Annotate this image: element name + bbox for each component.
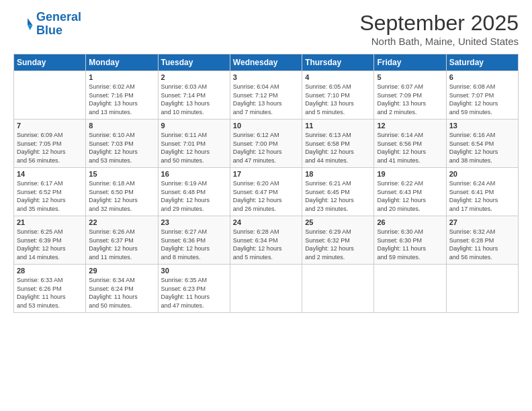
day-info: Sunrise: 6:30 AM Sunset: 6:30 PM Dayligh…: [377, 228, 443, 261]
day-number: 21: [17, 218, 83, 226]
cell-w4-d5: [374, 265, 446, 313]
cell-w2-d0: 14Sunrise: 6:17 AM Sunset: 6:52 PM Dayli…: [14, 168, 86, 216]
day-number: 25: [305, 218, 371, 226]
cell-w1-d2: 9Sunrise: 6:11 AM Sunset: 7:01 PM Daylig…: [158, 120, 230, 168]
cell-w0-d0: [14, 71, 86, 120]
cell-w3-d4: 25Sunrise: 6:29 AM Sunset: 6:32 PM Dayli…: [302, 216, 374, 265]
day-number: 15: [89, 170, 154, 178]
day-info: Sunrise: 6:24 AM Sunset: 6:41 PM Dayligh…: [449, 179, 515, 213]
logo-line2: Blue: [36, 24, 62, 37]
calendar-table: SundayMondayTuesdayWednesdayThursdayFrid…: [13, 54, 519, 313]
day-number: 19: [377, 170, 443, 178]
week-row-3: 21Sunrise: 6:25 AM Sunset: 6:39 PM Dayli…: [14, 216, 519, 265]
cell-w3-d2: 23Sunrise: 6:27 AM Sunset: 6:36 PM Dayli…: [158, 216, 230, 265]
day-info: Sunrise: 6:03 AM Sunset: 7:14 PM Dayligh…: [161, 83, 227, 116]
cell-w1-d5: 12Sunrise: 6:14 AM Sunset: 6:56 PM Dayli…: [374, 120, 446, 168]
col-header-wednesday: Wednesday: [230, 54, 302, 71]
cell-w3-d5: 26Sunrise: 6:30 AM Sunset: 6:30 PM Dayli…: [374, 216, 446, 265]
logo-icon: [13, 14, 34, 34]
day-number: 16: [161, 170, 227, 178]
week-row-1: 7Sunrise: 6:09 AM Sunset: 7:05 PM Daylig…: [14, 120, 519, 168]
week-row-4: 28Sunrise: 6:33 AM Sunset: 6:26 PM Dayli…: [14, 265, 519, 313]
cell-w4-d6: [446, 265, 518, 313]
day-number: 23: [161, 218, 227, 226]
cell-w2-d6: 20Sunrise: 6:24 AM Sunset: 6:41 PM Dayli…: [446, 168, 518, 216]
day-number: 28: [17, 267, 83, 275]
day-info: Sunrise: 6:29 AM Sunset: 6:32 PM Dayligh…: [305, 228, 371, 261]
cell-w2-d2: 16Sunrise: 6:19 AM Sunset: 6:48 PM Dayli…: [158, 168, 230, 216]
day-info: Sunrise: 6:08 AM Sunset: 7:07 PM Dayligh…: [449, 83, 515, 116]
day-info: Sunrise: 6:25 AM Sunset: 6:39 PM Dayligh…: [17, 228, 83, 261]
cell-w2-d1: 15Sunrise: 6:18 AM Sunset: 6:50 PM Dayli…: [86, 168, 158, 216]
day-info: Sunrise: 6:32 AM Sunset: 6:28 PM Dayligh…: [449, 228, 515, 261]
day-number: 8: [89, 122, 154, 130]
day-info: Sunrise: 6:20 AM Sunset: 6:47 PM Dayligh…: [233, 179, 299, 213]
cell-w2-d4: 18Sunrise: 6:21 AM Sunset: 6:45 PM Dayli…: [302, 168, 374, 216]
cell-w4-d2: 30Sunrise: 6:35 AM Sunset: 6:23 PM Dayli…: [158, 265, 230, 313]
col-header-thursday: Thursday: [302, 54, 374, 71]
cell-w2-d3: 17Sunrise: 6:20 AM Sunset: 6:47 PM Dayli…: [230, 168, 302, 216]
day-number: 27: [449, 218, 515, 226]
logo-line1: General: [36, 10, 81, 24]
day-info: Sunrise: 6:10 AM Sunset: 7:03 PM Dayligh…: [89, 131, 154, 165]
day-info: Sunrise: 6:33 AM Sunset: 6:26 PM Dayligh…: [17, 276, 83, 310]
title-block: September 2025 North Bath, Maine, United…: [359, 11, 519, 47]
svg-marker-0: [28, 18, 33, 26]
day-number: 11: [305, 122, 371, 130]
page: General Blue September 2025 North Bath, …: [0, 0, 532, 411]
day-info: Sunrise: 6:22 AM Sunset: 6:43 PM Dayligh…: [377, 179, 443, 213]
cell-w3-d3: 24Sunrise: 6:28 AM Sunset: 6:34 PM Dayli…: [230, 216, 302, 265]
day-info: Sunrise: 6:34 AM Sunset: 6:24 PM Dayligh…: [89, 276, 154, 310]
day-number: 9: [161, 122, 227, 130]
cell-w4-d3: [230, 265, 302, 313]
day-number: 5: [377, 73, 443, 81]
day-info: Sunrise: 6:28 AM Sunset: 6:34 PM Dayligh…: [233, 228, 299, 261]
svg-marker-1: [28, 25, 33, 30]
logo-text: General Blue: [36, 11, 81, 38]
cell-w3-d6: 27Sunrise: 6:32 AM Sunset: 6:28 PM Dayli…: [446, 216, 518, 265]
col-header-friday: Friday: [374, 54, 446, 71]
header: General Blue September 2025 North Bath, …: [13, 11, 519, 47]
cell-w0-d1: 1Sunrise: 6:02 AM Sunset: 7:16 PM Daylig…: [86, 71, 158, 120]
header-row: SundayMondayTuesdayWednesdayThursdayFrid…: [14, 54, 519, 71]
sub-title: North Bath, Maine, United States: [359, 36, 519, 47]
cell-w4-d0: 28Sunrise: 6:33 AM Sunset: 6:26 PM Dayli…: [14, 265, 86, 313]
day-number: 2: [161, 73, 227, 81]
cell-w0-d3: 3Sunrise: 6:04 AM Sunset: 7:12 PM Daylig…: [230, 71, 302, 120]
day-info: Sunrise: 6:21 AM Sunset: 6:45 PM Dayligh…: [305, 179, 371, 213]
day-number: 17: [233, 170, 299, 178]
day-info: Sunrise: 6:17 AM Sunset: 6:52 PM Dayligh…: [17, 179, 83, 213]
cell-w4-d1: 29Sunrise: 6:34 AM Sunset: 6:24 PM Dayli…: [86, 265, 158, 313]
day-info: Sunrise: 6:18 AM Sunset: 6:50 PM Dayligh…: [89, 179, 154, 213]
cell-w0-d6: 6Sunrise: 6:08 AM Sunset: 7:07 PM Daylig…: [446, 71, 518, 120]
col-header-tuesday: Tuesday: [158, 54, 230, 71]
day-number: 13: [449, 122, 515, 130]
logo: General Blue: [13, 11, 81, 38]
col-header-saturday: Saturday: [446, 54, 518, 71]
day-info: Sunrise: 6:19 AM Sunset: 6:48 PM Dayligh…: [161, 179, 227, 213]
cell-w1-d0: 7Sunrise: 6:09 AM Sunset: 7:05 PM Daylig…: [14, 120, 86, 168]
day-info: Sunrise: 6:02 AM Sunset: 7:16 PM Dayligh…: [89, 83, 154, 116]
day-info: Sunrise: 6:35 AM Sunset: 6:23 PM Dayligh…: [161, 276, 227, 310]
day-number: 24: [233, 218, 299, 226]
day-number: 18: [305, 170, 371, 178]
day-number: 7: [17, 122, 83, 130]
day-number: 1: [89, 73, 154, 81]
cell-w1-d6: 13Sunrise: 6:16 AM Sunset: 6:54 PM Dayli…: [446, 120, 518, 168]
day-info: Sunrise: 6:04 AM Sunset: 7:12 PM Dayligh…: [233, 83, 299, 116]
col-header-monday: Monday: [86, 54, 158, 71]
day-info: Sunrise: 6:13 AM Sunset: 6:58 PM Dayligh…: [305, 131, 371, 165]
cell-w2-d5: 19Sunrise: 6:22 AM Sunset: 6:43 PM Dayli…: [374, 168, 446, 216]
cell-w0-d4: 4Sunrise: 6:05 AM Sunset: 7:10 PM Daylig…: [302, 71, 374, 120]
day-number: 12: [377, 122, 443, 130]
day-number: 3: [233, 73, 299, 81]
day-info: Sunrise: 6:12 AM Sunset: 7:00 PM Dayligh…: [233, 131, 299, 165]
day-info: Sunrise: 6:14 AM Sunset: 6:56 PM Dayligh…: [377, 131, 443, 165]
day-info: Sunrise: 6:16 AM Sunset: 6:54 PM Dayligh…: [449, 131, 515, 165]
cell-w3-d1: 22Sunrise: 6:26 AM Sunset: 6:37 PM Dayli…: [86, 216, 158, 265]
day-info: Sunrise: 6:26 AM Sunset: 6:37 PM Dayligh…: [89, 228, 154, 261]
cell-w1-d3: 10Sunrise: 6:12 AM Sunset: 7:00 PM Dayli…: [230, 120, 302, 168]
day-number: 30: [161, 267, 227, 275]
week-row-2: 14Sunrise: 6:17 AM Sunset: 6:52 PM Dayli…: [14, 168, 519, 216]
cell-w3-d0: 21Sunrise: 6:25 AM Sunset: 6:39 PM Dayli…: [14, 216, 86, 265]
